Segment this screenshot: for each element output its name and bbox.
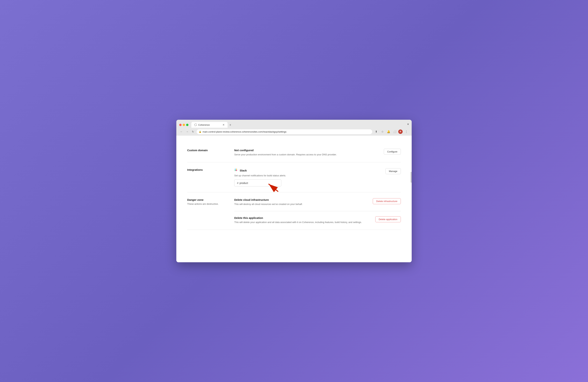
new-tab-button[interactable]: + bbox=[228, 122, 233, 128]
browser-titlebar: Coherence ✕ + ▾ bbox=[176, 120, 412, 128]
delete-infrastructure-button[interactable]: Delete infrastructure bbox=[373, 198, 401, 204]
maximize-button[interactable] bbox=[186, 124, 189, 126]
custom-domain-label: Custom domain bbox=[187, 149, 227, 156]
back-button[interactable]: ← bbox=[179, 130, 184, 134]
forward-button[interactable]: → bbox=[185, 130, 189, 134]
danger-zone-items: Delete cloud infrastructure This will de… bbox=[234, 198, 401, 224]
refresh-button[interactable]: ↻ bbox=[191, 130, 195, 134]
scrollbar-track[interactable] bbox=[411, 136, 412, 262]
custom-domain-info: Not configured Serve your production env… bbox=[234, 149, 380, 156]
hash-symbol: # bbox=[237, 181, 238, 185]
share-button[interactable]: ⬆ bbox=[374, 129, 379, 134]
bookmark-button[interactable]: ☆ bbox=[380, 129, 385, 134]
integrations-content: Slack Set up channel notifications for b… bbox=[234, 168, 401, 187]
tab-dropdown-button[interactable]: ▾ bbox=[407, 122, 409, 127]
svg-rect-0 bbox=[235, 169, 236, 170]
delete-app-title: Delete this application bbox=[234, 216, 362, 219]
custom-domain-status: Not configured bbox=[234, 149, 380, 152]
danger-zone-section: Danger zone These actions are destructiv… bbox=[187, 192, 401, 230]
configure-button[interactable]: Configure bbox=[384, 149, 401, 155]
slack-channel-box: # product bbox=[234, 179, 281, 187]
delete-app-description: This will delete your application and al… bbox=[234, 220, 362, 224]
custom-domain-heading: Custom domain bbox=[187, 149, 227, 152]
tab-favicon bbox=[194, 124, 197, 126]
tab-title: Coherence bbox=[198, 124, 210, 126]
split-view-button[interactable]: ⬜ bbox=[392, 129, 397, 134]
manage-button[interactable]: Manage bbox=[385, 168, 401, 174]
user-avatar[interactable]: R bbox=[398, 130, 403, 134]
delete-app-info: Delete this application This will delete… bbox=[234, 216, 362, 224]
slack-description: Set up channel notifications for build s… bbox=[234, 174, 382, 177]
url-text: main.control-plane-review.coherence.cohe… bbox=[203, 130, 286, 133]
tab-close-button[interactable]: ✕ bbox=[223, 123, 225, 126]
danger-zone-sublabel: These actions are destructive. bbox=[187, 202, 227, 206]
danger-zone-label: Danger zone These actions are destructiv… bbox=[187, 198, 227, 224]
browser-actions: ⬆ ☆ 🔔 ⬜ R ⋮ bbox=[374, 129, 409, 134]
page-content: Custom domain Not configured Serve your … bbox=[176, 136, 412, 262]
danger-zone-heading: Danger zone bbox=[187, 198, 227, 201]
scrollbar-thumb[interactable] bbox=[411, 172, 412, 183]
slack-icon bbox=[234, 168, 238, 173]
svg-line-5 bbox=[269, 184, 278, 191]
lock-icon: 🔒 bbox=[199, 130, 202, 133]
close-button[interactable] bbox=[179, 124, 182, 126]
danger-zone-divider bbox=[234, 211, 401, 211]
integrations-heading: Integrations bbox=[187, 168, 227, 171]
integrations-info: Slack Set up channel notifications for b… bbox=[234, 168, 382, 187]
tab-bar: Coherence ✕ + bbox=[191, 122, 406, 128]
minimize-button[interactable] bbox=[183, 124, 185, 126]
svg-rect-1 bbox=[235, 170, 236, 171]
svg-rect-3 bbox=[236, 170, 237, 171]
custom-domain-description: Serve your production environment from a… bbox=[234, 153, 380, 156]
delete-infra-row: Delete cloud infrastructure This will de… bbox=[234, 198, 401, 211]
channel-name: product bbox=[239, 182, 248, 185]
delete-infra-description: This will destroy all cloud resources we… bbox=[234, 202, 303, 206]
delete-infra-info: Delete cloud infrastructure This will de… bbox=[234, 198, 303, 206]
slack-heading: Slack bbox=[234, 168, 382, 173]
slack-title: Slack bbox=[240, 169, 247, 172]
active-tab[interactable]: Coherence ✕ bbox=[191, 122, 228, 128]
delete-app-row: Delete this application This will delete… bbox=[234, 216, 401, 224]
svg-rect-2 bbox=[236, 169, 237, 170]
custom-domain-section: Custom domain Not configured Serve your … bbox=[187, 143, 401, 162]
browser-window: Coherence ✕ + ▾ ← → ↻ 🔒 main.control-pla… bbox=[176, 120, 412, 262]
integrations-section: Integrations Slac bbox=[187, 162, 401, 193]
menu-button[interactable]: ⋮ bbox=[404, 129, 409, 134]
delete-infra-title: Delete cloud infrastructure bbox=[234, 198, 303, 201]
bell-button[interactable]: 🔔 bbox=[386, 129, 391, 134]
address-bar-row: ← → ↻ 🔒 main.control-plane-review.cohere… bbox=[176, 128, 412, 136]
integrations-label: Integrations bbox=[187, 168, 227, 187]
traffic-lights bbox=[179, 124, 189, 126]
custom-domain-content: Not configured Serve your production env… bbox=[234, 149, 401, 156]
delete-application-button[interactable]: Delete application bbox=[375, 216, 401, 222]
address-bar[interactable]: 🔒 main.control-plane-review.coherence.co… bbox=[197, 129, 372, 134]
